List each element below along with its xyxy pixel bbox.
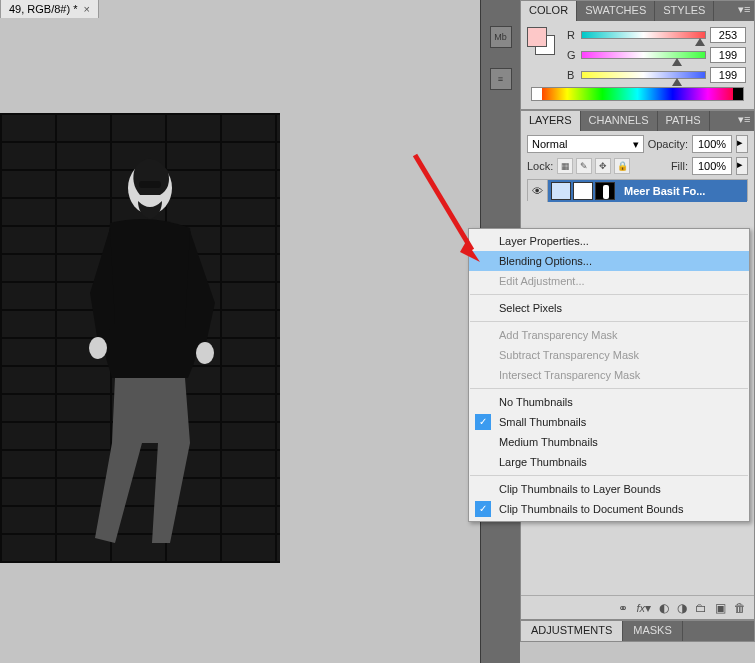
tab-adjustments[interactable]: ADJUSTMENTS — [521, 621, 623, 641]
adjustments-tabs: ADJUSTMENTS MASKS — [521, 621, 754, 641]
menu-separator — [470, 475, 748, 476]
lock-transparency-icon[interactable]: ▦ — [557, 158, 573, 174]
menu-item: Intersect Transparency Mask — [469, 365, 749, 385]
check-icon: ✓ — [475, 414, 491, 430]
menu-separator — [470, 388, 748, 389]
menu-item[interactable]: Clip Thumbnails to Layer Bounds — [469, 479, 749, 499]
tab-layers[interactable]: LAYERS — [521, 111, 581, 131]
opacity-flyout-icon[interactable]: ▸ — [736, 135, 748, 153]
svg-point-2 — [89, 337, 107, 359]
menu-separator — [470, 294, 748, 295]
layer-thumb-mask[interactable] — [573, 182, 593, 200]
menu-item: Edit Adjustment... — [469, 271, 749, 291]
lock-position-icon[interactable]: ✥ — [595, 158, 611, 174]
opacity-label: Opacity: — [648, 138, 688, 150]
g-value[interactable]: 199 — [710, 47, 746, 63]
check-icon: ✓ — [475, 501, 491, 517]
layer-thumb-adjustment[interactable] — [551, 182, 571, 200]
layer-thumbnails — [548, 181, 618, 201]
layer-context-menu: Layer Properties...Blending Options...Ed… — [468, 228, 750, 522]
link-layers-icon[interactable]: ⚭ — [618, 601, 628, 615]
color-ramp[interactable] — [531, 87, 744, 101]
fill-flyout-icon[interactable]: ▸ — [736, 157, 748, 175]
layer-list: 👁 Meer Basit Fo... — [527, 179, 748, 201]
r-label: R — [567, 29, 577, 41]
b-value[interactable]: 199 — [710, 67, 746, 83]
adjustment-layer-icon[interactable]: ◑ — [677, 601, 687, 615]
tab-paths[interactable]: PATHS — [658, 111, 710, 131]
document-image — [0, 113, 280, 563]
lock-all-icon[interactable]: 🔒 — [614, 158, 630, 174]
g-label: G — [567, 49, 577, 61]
tab-styles[interactable]: STYLES — [655, 1, 714, 21]
tab-channels[interactable]: CHANNELS — [581, 111, 658, 131]
lock-pixels-icon[interactable]: ✎ — [576, 158, 592, 174]
canvas-area[interactable] — [0, 18, 475, 663]
visibility-eye-icon[interactable]: 👁 — [528, 180, 548, 202]
person-figure — [40, 143, 240, 553]
menu-item[interactable]: Clip Thumbnails to Document Bounds✓ — [469, 499, 749, 519]
menu-item[interactable]: Small Thumbnails✓ — [469, 412, 749, 432]
b-label: B — [567, 69, 577, 81]
color-panel-tabs: ▶▶ COLOR SWATCHES STYLES ▾≡ — [521, 1, 754, 21]
fill-value[interactable]: 100% — [692, 157, 732, 175]
menu-item[interactable]: Large Thumbnails — [469, 452, 749, 472]
menu-item[interactable]: No Thumbnails — [469, 392, 749, 412]
color-panel-body: R 253 G 199 B 199 — [521, 21, 754, 109]
group-icon[interactable]: 🗀 — [695, 601, 707, 615]
lock-buttons: ▦ ✎ ✥ 🔒 — [557, 158, 630, 174]
layers-footer: ⚭ fx▾ ◐ ◑ 🗀 ▣ 🗑 — [521, 595, 754, 619]
tab-masks[interactable]: MASKS — [623, 621, 683, 641]
g-slider[interactable] — [581, 51, 706, 59]
panel-menu-icon[interactable]: ▾≡ — [738, 113, 752, 127]
layer-thumb-content[interactable] — [595, 182, 615, 200]
menu-item: Subtract Transparency Mask — [469, 345, 749, 365]
dock-icon-mb[interactable]: Mb — [490, 26, 512, 48]
document-title: 49, RGB/8#) * — [9, 3, 77, 15]
foreground-background-swatch[interactable] — [527, 27, 555, 55]
menu-item[interactable]: Medium Thumbnails — [469, 432, 749, 452]
menu-separator — [470, 321, 748, 322]
menu-item[interactable]: Blending Options... — [469, 251, 749, 271]
fill-label: Fill: — [671, 160, 688, 172]
layer-item-selected[interactable]: 👁 Meer Basit Fo... — [528, 180, 747, 202]
new-layer-icon[interactable]: ▣ — [715, 601, 726, 615]
menu-item: Add Transparency Mask — [469, 325, 749, 345]
svg-rect-1 — [139, 181, 161, 188]
document-tab[interactable]: 49, RGB/8#) * × — [0, 0, 99, 19]
r-value[interactable]: 253 — [710, 27, 746, 43]
blend-mode-value: Normal — [532, 138, 567, 150]
layer-style-icon[interactable]: fx▾ — [636, 601, 651, 615]
menu-item[interactable]: Layer Properties... — [469, 231, 749, 251]
menu-item[interactable]: Select Pixels — [469, 298, 749, 318]
layer-mask-icon[interactable]: ◐ — [659, 601, 669, 615]
b-slider[interactable] — [581, 71, 706, 79]
close-icon[interactable]: × — [83, 3, 89, 15]
r-slider[interactable] — [581, 31, 706, 39]
tab-swatches[interactable]: SWATCHES — [577, 1, 655, 21]
blend-mode-select[interactable]: Normal ▾ — [527, 135, 644, 153]
delete-layer-icon[interactable]: 🗑 — [734, 601, 746, 615]
tab-color[interactable]: COLOR — [521, 1, 577, 21]
dock-icon-paragraph[interactable]: ≡ — [490, 68, 512, 90]
layer-name-label[interactable]: Meer Basit Fo... — [618, 185, 705, 197]
adjustments-panel: ADJUSTMENTS MASKS — [520, 620, 755, 642]
layers-panel-tabs: LAYERS CHANNELS PATHS ▾≡ — [521, 111, 754, 131]
svg-point-3 — [196, 342, 214, 364]
chevron-down-icon: ▾ — [633, 138, 639, 151]
panel-menu-icon[interactable]: ▾≡ — [738, 3, 752, 17]
color-panel: ▶▶ COLOR SWATCHES STYLES ▾≡ R 253 — [520, 0, 755, 110]
foreground-color-swatch[interactable] — [527, 27, 547, 47]
lock-label: Lock: — [527, 160, 553, 172]
opacity-value[interactable]: 100% — [692, 135, 732, 153]
